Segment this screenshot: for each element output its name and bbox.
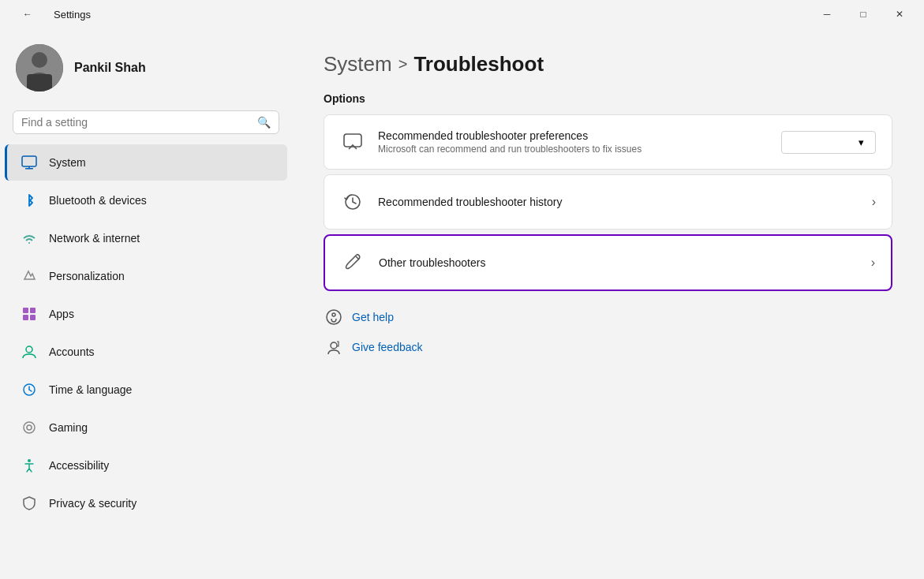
history-icon: [340, 189, 365, 215]
card-other-troubleshooters: Other troubleshooters ›: [324, 234, 892, 291]
svg-point-20: [331, 342, 337, 349]
get-help-icon: [324, 307, 344, 327]
svg-rect-10: [30, 315, 36, 320]
section-title: Options: [324, 92, 892, 105]
bluetooth-icon: [21, 192, 38, 209]
titlebar: ← Settings ─ □ ✕: [0, 0, 924, 28]
svg-rect-5: [25, 168, 33, 170]
breadcrumb-current: Troubleshoot: [413, 52, 544, 77]
nav-bluetooth[interactable]: Bluetooth & devices: [5, 182, 287, 219]
accessibility-icon: [21, 457, 38, 474]
card-title-other-troubleshooters: Other troubleshooters: [379, 256, 859, 269]
card-text-recommended-history: Recommended troubleshooter history: [378, 196, 859, 208]
maximize-button[interactable]: □: [845, 2, 881, 27]
chevron-right-other-icon: ›: [871, 256, 875, 270]
svg-rect-9: [23, 315, 28, 320]
nav-privacy-label: Privacy & security: [49, 497, 137, 510]
nav-gaming[interactable]: Gaming: [5, 409, 287, 446]
card-recommended-prefs: Recommended troubleshooter preferences M…: [324, 114, 892, 170]
nav-accounts-label: Accounts: [49, 346, 95, 358]
nav-gaming-label: Gaming: [49, 421, 88, 434]
sidebar: Pankil Shah 🔍 System Bluetooth & devices…: [0, 28, 292, 579]
main-content: System > Troubleshoot Options Recommende…: [292, 28, 924, 579]
nav-apps-label: Apps: [49, 308, 74, 320]
avatar-image: [16, 44, 63, 92]
get-help-link[interactable]: Get help: [324, 307, 892, 327]
chevron-right-icon: ›: [872, 195, 876, 209]
nav-apps[interactable]: Apps: [5, 296, 287, 332]
svg-rect-8: [30, 308, 36, 313]
nav-system-label: System: [49, 156, 86, 169]
window-controls: ─ □ ✕: [809, 2, 918, 27]
breadcrumb-separator: >: [398, 55, 408, 73]
svg-point-1: [32, 52, 47, 68]
card-recommended-history: Recommended troubleshooter history ›: [324, 174, 892, 230]
give-feedback-label[interactable]: Give feedback: [352, 341, 423, 353]
card-text-recommended-prefs: Recommended troubleshooter preferences M…: [378, 129, 769, 155]
svg-point-13: [24, 422, 35, 433]
nav-accounts[interactable]: Accounts: [5, 334, 287, 370]
user-name: Pankil Shah: [74, 61, 146, 75]
nav-system[interactable]: System: [5, 144, 287, 181]
nav-bluetooth-label: Bluetooth & devices: [49, 194, 147, 207]
network-icon: [21, 230, 38, 247]
search-input[interactable]: [21, 116, 251, 129]
nav-network[interactable]: Network & internet: [5, 220, 287, 256]
svg-point-11: [26, 346, 32, 353]
accounts-icon: [21, 343, 38, 360]
privacy-icon: [21, 495, 38, 512]
give-feedback-link[interactable]: Give feedback: [324, 337, 892, 357]
nav-network-label: Network & internet: [49, 232, 140, 245]
card-item-recommended-history[interactable]: Recommended troubleshooter history ›: [324, 175, 892, 229]
user-profile[interactable]: Pankil Shah: [0, 28, 292, 107]
avatar: [16, 44, 63, 92]
card-text-other-troubleshooters: Other troubleshooters: [379, 256, 859, 269]
app-content: Pankil Shah 🔍 System Bluetooth & devices…: [0, 28, 924, 579]
titlebar-left: ← Settings: [9, 2, 91, 27]
card-title-recommended-prefs: Recommended troubleshooter preferences: [378, 129, 769, 142]
nav-personalization[interactable]: Personalization: [5, 258, 287, 294]
chat-icon: [340, 129, 365, 155]
card-item-other-troubleshooters[interactable]: Other troubleshooters ›: [325, 236, 891, 290]
breadcrumb: System > Troubleshoot: [324, 52, 892, 77]
card-title-recommended-history: Recommended troubleshooter history: [378, 196, 859, 208]
chevron-down-icon: ▾: [859, 136, 864, 148]
svg-rect-4: [22, 156, 36, 166]
apps-icon: [21, 305, 38, 323]
svg-point-14: [27, 425, 32, 430]
svg-rect-3: [27, 74, 52, 92]
gaming-icon: [21, 419, 38, 436]
back-icon: ←: [23, 9, 32, 20]
svg-point-15: [28, 459, 31, 462]
links-section: Get help Give feedback: [324, 307, 892, 357]
dropdown-button[interactable]: ▾: [781, 131, 876, 154]
nav-personalization-label: Personalization: [49, 270, 125, 282]
nav-time-label: Time & language: [49, 383, 132, 396]
personalization-icon: [21, 267, 38, 285]
svg-point-19: [332, 313, 335, 316]
nav-time[interactable]: Time & language: [5, 372, 287, 408]
system-icon: [21, 154, 38, 171]
svg-rect-7: [23, 308, 28, 313]
back-button[interactable]: ←: [9, 2, 46, 27]
breadcrumb-parent[interactable]: System: [324, 52, 392, 77]
search-box[interactable]: 🔍: [13, 110, 279, 134]
card-subtitle-recommended-prefs: Microsoft can recommend and run troubles…: [378, 144, 769, 155]
nav-accessibility[interactable]: Accessibility: [5, 447, 287, 484]
card-item-recommended-prefs[interactable]: Recommended troubleshooter preferences M…: [324, 115, 892, 169]
wrench-icon: [341, 250, 366, 275]
search-icon: 🔍: [257, 116, 271, 129]
time-icon: [21, 381, 38, 398]
get-help-label[interactable]: Get help: [352, 311, 394, 323]
close-button[interactable]: ✕: [881, 2, 918, 27]
minimize-button[interactable]: ─: [809, 2, 845, 27]
nav-accessibility-label: Accessibility: [49, 459, 109, 472]
give-feedback-icon: [324, 337, 344, 357]
nav-privacy[interactable]: Privacy & security: [5, 485, 287, 521]
app-title: Settings: [54, 9, 91, 21]
